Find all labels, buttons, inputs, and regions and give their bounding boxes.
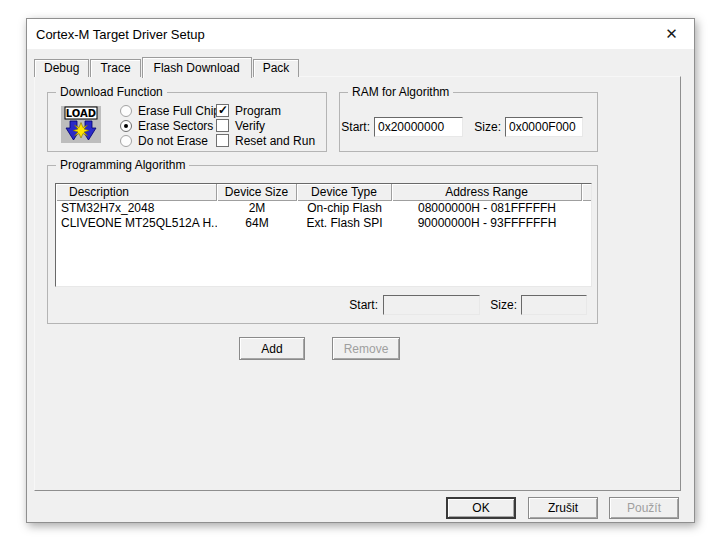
cell-description: STM32H7x_2048 (56, 201, 217, 216)
checkbox-verify[interactable]: Verify (216, 118, 265, 133)
ram-start-label: Start: (340, 117, 370, 137)
cell-address-range: 90000000H - 93FFFFFFH (392, 216, 582, 231)
window-title: Cortex-M Target Driver Setup (27, 27, 205, 42)
algorithm-table-header: Description Device Size Device Type Addr… (56, 184, 591, 201)
ok-button[interactable]: OK (446, 497, 516, 519)
load-icon: LOAD (61, 106, 101, 143)
flash-download-panel: Download Function LOAD Erase Full Chip E… (34, 76, 681, 491)
ram-start-input[interactable] (374, 117, 463, 137)
programming-algorithm-label: Programming Algorithm (56, 158, 189, 172)
tabstrip: Debug Trace Flash Download Pack (34, 56, 300, 77)
apply-button: Použít (609, 497, 679, 519)
alg-start-label: Start: (348, 295, 378, 315)
titlebar: Cortex-M Target Driver Setup ✕ (27, 19, 694, 49)
radio-icon (120, 105, 132, 117)
ram-for-algorithm-group: RAM for Algorithm Start: Size: (339, 92, 598, 152)
tab-debug[interactable]: Debug (34, 59, 89, 77)
cell-device-size: 2M (217, 201, 297, 216)
cell-device-type: On-chip Flash (297, 201, 392, 216)
radio-erase-sectors[interactable]: Erase Sectors (120, 118, 213, 133)
download-function-label: Download Function (56, 85, 167, 99)
checkbox-program[interactable]: ✓ Program (216, 103, 281, 118)
alg-size-label: Size: (489, 295, 517, 315)
radio-erase-full-chip[interactable]: Erase Full Chip (120, 103, 220, 118)
radio-label: Erase Full Chip (138, 104, 220, 118)
tab-flash-download[interactable]: Flash Download (142, 57, 252, 78)
tab-trace[interactable]: Trace (90, 59, 140, 77)
alg-start-input (383, 295, 480, 315)
col-spacer (582, 184, 591, 201)
programming-algorithm-group: Programming Algorithm Description Device… (47, 165, 598, 324)
ram-for-algorithm-label: RAM for Algorithm (348, 85, 453, 99)
table-row[interactable]: CLIVEONE MT25QL512A H... 64M Ext. Flash … (56, 216, 591, 231)
table-row[interactable]: STM32H7x_2048 2M On-chip Flash 08000000H… (56, 201, 591, 216)
checkbox-icon (216, 119, 229, 132)
download-function-group: Download Function LOAD Erase Full Chip E… (47, 92, 327, 152)
radio-label: Erase Sectors (138, 119, 213, 133)
checkbox-label: Program (235, 104, 281, 118)
algorithm-table[interactable]: Description Device Size Device Type Addr… (55, 183, 592, 287)
col-device-size[interactable]: Device Size (217, 184, 297, 201)
col-description[interactable]: Description (56, 184, 217, 201)
checkbox-icon (216, 134, 229, 147)
radio-icon (120, 135, 132, 147)
ram-size-label: Size: (472, 117, 501, 137)
col-device-type[interactable]: Device Type (297, 184, 392, 201)
add-button[interactable]: Add (239, 337, 305, 360)
cell-device-size: 64M (217, 216, 297, 231)
checkbox-reset-and-run[interactable]: Reset and Run (216, 133, 315, 148)
cell-description: CLIVEONE MT25QL512A H... (56, 216, 217, 231)
checkbox-label: Reset and Run (235, 134, 315, 148)
checkbox-label: Verify (235, 119, 265, 133)
remove-button: Remove (332, 337, 400, 360)
cell-address-range: 08000000H - 081FFFFFH (392, 201, 582, 216)
col-address-range[interactable]: Address Range (392, 184, 582, 201)
target-driver-setup-dialog: Cortex-M Target Driver Setup ✕ Debug Tra… (26, 18, 695, 523)
alg-size-input (521, 295, 587, 315)
radio-do-not-erase[interactable]: Do not Erase (120, 133, 208, 148)
ram-size-input[interactable] (505, 117, 583, 137)
cancel-button[interactable]: Zrušit (528, 497, 598, 519)
radio-selected-icon (120, 120, 132, 132)
cell-device-type: Ext. Flash SPI (297, 216, 392, 231)
radio-label: Do not Erase (138, 134, 208, 148)
svg-text:LOAD: LOAD (66, 108, 96, 119)
tab-pack[interactable]: Pack (253, 59, 300, 77)
checkbox-checked-icon: ✓ (216, 104, 229, 117)
close-icon[interactable]: ✕ (649, 19, 694, 49)
